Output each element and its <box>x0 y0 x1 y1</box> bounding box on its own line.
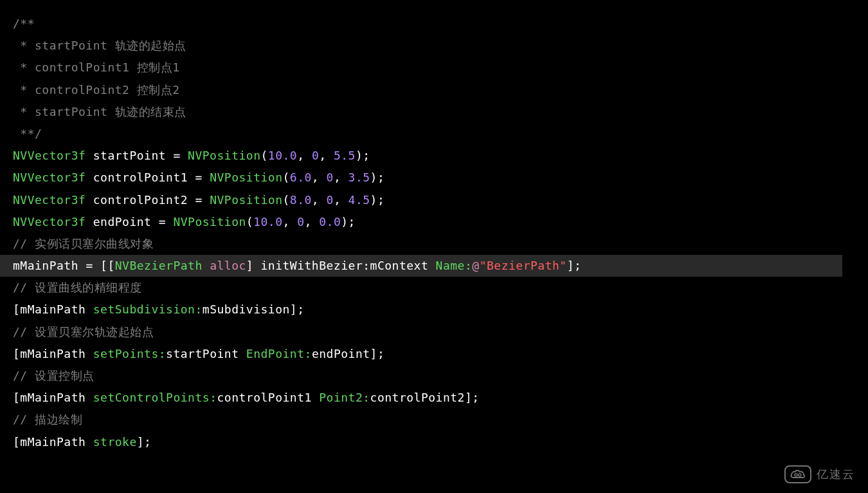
watermark: 亿速云 <box>784 463 855 485</box>
comment-line-3: * controlPoint2 控制点2 <box>13 79 855 101</box>
call-setsubdivision: [mMainPath setSubdivision:mSubdivision]; <box>13 299 855 321</box>
comment-startpoint: // 设置贝塞尔轨迹起始点 <box>13 321 855 343</box>
assignment-mainpath: mMainPath = [[NVBezierPath alloc] initWi… <box>0 255 842 277</box>
comment-controlpoint: // 设置控制点 <box>13 365 855 387</box>
call-setpoints: [mMainPath setPoints:startPoint EndPoint… <box>13 343 855 365</box>
comment-precision: // 设置曲线的精细程度 <box>13 277 855 299</box>
comment-line-4: * startPoint 轨迹的结束点 <box>13 101 855 123</box>
declaration-startpoint: NVVector3f startPoint = NVPosition(10.0,… <box>13 145 855 167</box>
cloud-icon <box>784 465 811 483</box>
call-setcontrolpoints: [mMainPath setControlPoints:controlPoint… <box>13 387 855 409</box>
comment-bezier-object: // 实例话贝塞尔曲线对象 <box>13 233 855 255</box>
call-stroke: [mMainPath stroke]; <box>13 431 855 453</box>
code-editor[interactable]: /** * startPoint 轨迹的起始点 * controlPoint1 … <box>13 13 855 453</box>
svg-point-1 <box>799 474 801 476</box>
declaration-controlpoint2: NVVector3f controlPoint2 = NVPosition(8.… <box>13 189 855 211</box>
declaration-endpoint: NVVector3f endPoint = NVPosition(10.0, 0… <box>13 211 855 233</box>
svg-point-0 <box>795 474 797 476</box>
watermark-text: 亿速云 <box>817 463 855 485</box>
declaration-controlpoint1: NVVector3f controlPoint1 = NVPosition(6.… <box>13 167 855 189</box>
comment-line-1: * startPoint 轨迹的起始点 <box>13 35 855 57</box>
comment-line-2: * controlPoint1 控制点1 <box>13 57 855 79</box>
comment-stroke: // 描边绘制 <box>13 409 855 431</box>
comment-close: **/ <box>13 123 855 145</box>
comment-open: /** <box>13 13 855 35</box>
